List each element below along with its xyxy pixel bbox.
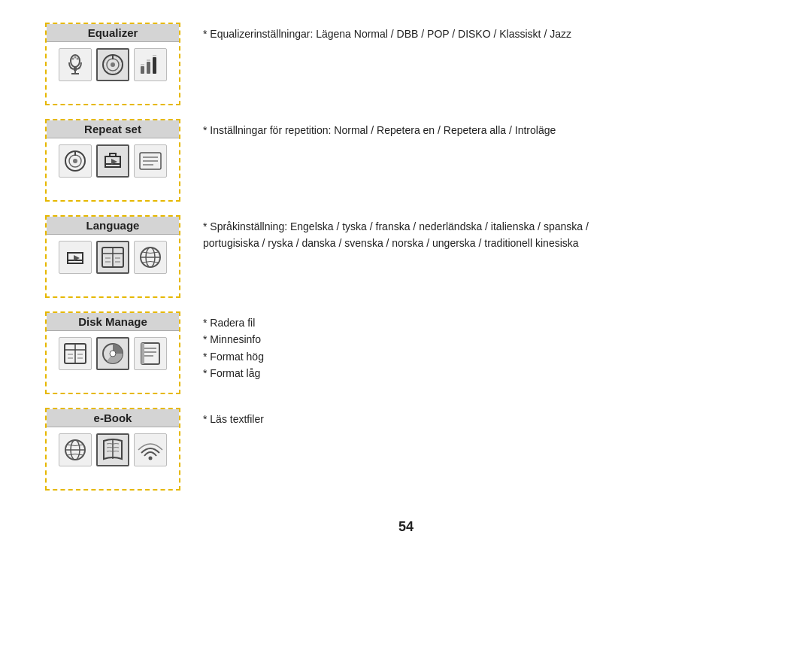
page-number: 54 — [45, 519, 767, 535]
language-box: Language — [45, 215, 180, 298]
lang-menu-icon — [96, 241, 129, 274]
section-equalizer: Equalizer — [45, 23, 767, 105]
microphone-svg — [62, 51, 89, 78]
microphone-icon — [59, 48, 92, 81]
equalizer-icons — [59, 48, 167, 81]
svg-rect-12 — [141, 66, 144, 74]
svg-point-56 — [149, 457, 153, 460]
repeat-list-svg — [137, 147, 164, 175]
repeat-circle-icon — [59, 144, 92, 178]
equalizer-description: * Equalizerinställningar: Lägena Normal … — [203, 23, 571, 42]
lang-arrow-svg — [62, 244, 89, 271]
audio-levels-svg — [137, 51, 164, 78]
repeat-set-description: * Inställningar för repetition: Normal /… — [203, 119, 556, 138]
svg-point-4 — [72, 58, 74, 60]
svg-rect-14 — [153, 57, 156, 74]
repeat-set-label: Repeat set — [47, 120, 179, 138]
svg-point-46 — [110, 351, 116, 357]
ebook-label: e-Book — [47, 409, 179, 427]
equalizer-box: Equalizer — [45, 23, 180, 105]
disk-desc-line3: * Format hög — [203, 348, 264, 365]
language-description: * Språkinställning: Engelska / tyska / f… — [203, 215, 639, 252]
ebook-book-svg — [99, 436, 126, 463]
lang-globe-icon — [134, 241, 167, 274]
svg-point-9 — [111, 62, 115, 67]
disk-book-svg — [137, 340, 164, 367]
disk-desc-line2: * Minnesinfo — [203, 331, 264, 348]
section-language: Language — [45, 215, 767, 298]
section-disk-manage: Disk Manage — [45, 311, 767, 394]
repeat-list-icon — [134, 144, 167, 178]
disk-chart-icon — [96, 337, 129, 370]
page-content: Equalizer — [0, 0, 812, 557]
repeat-set-box: Repeat set — [45, 119, 180, 202]
ebook-wireless-icon — [134, 433, 167, 466]
ebook-icons — [59, 433, 167, 466]
equalizer-label: Equalizer — [47, 24, 179, 42]
ebook-wireless-svg — [137, 436, 164, 463]
section-ebook: e-Book — [45, 408, 767, 491]
section-repeat-set: Repeat set — [45, 119, 767, 202]
disk-manage-box: Disk Manage — [45, 311, 180, 394]
disk-manage-description: * Radera fil * Minnesinfo * Format hög *… — [203, 311, 264, 382]
lang-arrow-icon — [59, 241, 92, 274]
ebook-globe-svg — [62, 436, 89, 463]
svg-rect-51 — [141, 343, 144, 364]
language-label: Language — [47, 217, 179, 235]
disk-menu-icon — [59, 337, 92, 370]
disk-chart-svg — [99, 340, 126, 367]
ebook-globe-icon — [59, 433, 92, 466]
lang-menu-svg — [99, 244, 126, 271]
audio-levels-icon — [134, 48, 167, 81]
disk-manage-icons — [59, 337, 167, 370]
disk-manage-label: Disk Manage — [47, 313, 179, 331]
disk-book-icon — [134, 337, 167, 370]
repeat-one-svg — [99, 147, 126, 175]
repeat-circle-svg — [62, 147, 89, 175]
equalizer-dial-icon — [96, 48, 129, 81]
ebook-description: * Läs textfiler — [203, 408, 264, 427]
svg-point-6 — [77, 58, 79, 60]
svg-point-20 — [73, 159, 77, 163]
repeat-set-icons — [59, 144, 167, 178]
disk-menu-svg — [62, 340, 89, 367]
disk-desc-line1: * Radera fil — [203, 314, 264, 331]
repeat-one-icon — [96, 144, 129, 178]
svg-point-5 — [74, 56, 77, 59]
ebook-book-icon — [96, 433, 129, 466]
lang-globe-svg — [137, 244, 164, 271]
ebook-box: e-Book — [45, 408, 180, 491]
svg-rect-13 — [147, 62, 150, 74]
disk-desc-line4: * Format låg — [203, 365, 264, 381]
equalizer-dial-svg — [99, 51, 126, 78]
language-icons — [59, 241, 167, 274]
